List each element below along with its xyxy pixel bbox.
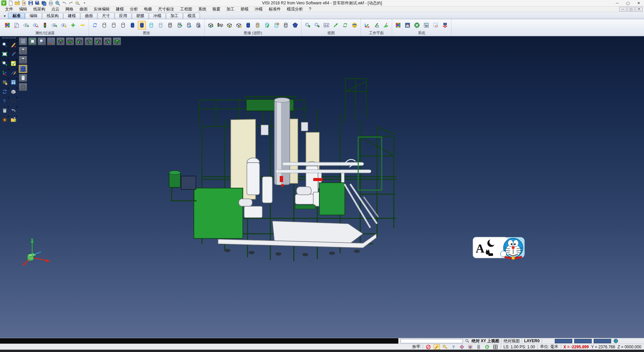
solid-shaded-icon[interactable] xyxy=(244,21,252,30)
menu-17[interactable]: 冲模 xyxy=(252,6,266,12)
view-left-icon[interactable] xyxy=(94,37,102,45)
view-back-icon[interactable] xyxy=(85,37,93,45)
view-regen-icon[interactable] xyxy=(341,21,349,30)
menu-3[interactable]: 线架构 xyxy=(30,6,48,12)
window-layout-icon[interactable] xyxy=(9,78,17,86)
zoom-1-1-icon[interactable]: 1:1 xyxy=(322,21,330,30)
mdi-close-button[interactable]: ✕ xyxy=(635,7,643,11)
solid-export-icon[interactable] xyxy=(272,21,280,30)
workplane-align-icon[interactable] xyxy=(382,21,390,30)
selection-zoom-icon[interactable] xyxy=(1,41,9,49)
save-all-icon[interactable] xyxy=(41,0,47,6)
magic-wand-icon[interactable] xyxy=(434,344,440,350)
tab-dropdown-icon[interactable]: ▼ xyxy=(1,13,8,19)
export-folder-icon[interactable] xyxy=(9,116,17,124)
dock-grip[interactable] xyxy=(2,38,16,39)
zoom-options-icon[interactable] xyxy=(1,59,9,68)
minimize-button[interactable]: ─ xyxy=(612,0,623,6)
view-bottom-icon[interactable] xyxy=(66,37,74,45)
undo-icon[interactable] xyxy=(61,0,67,6)
transparent-style-icon[interactable] xyxy=(147,21,155,30)
selection-options-icon[interactable] xyxy=(432,21,440,30)
delete-trash-icon[interactable] xyxy=(1,106,9,115)
menu-9[interactable]: 分析 xyxy=(127,6,141,12)
fit-view-icon[interactable] xyxy=(28,37,37,45)
lock-label[interactable]: 拴牢 xyxy=(412,344,420,350)
view-add-icon[interactable] xyxy=(207,21,215,30)
menu-13[interactable]: 系统 xyxy=(195,6,209,12)
grid-settings-icon[interactable] xyxy=(441,21,449,30)
view-top-icon[interactable] xyxy=(56,37,65,45)
view-traffic-icon[interactable] xyxy=(216,21,224,30)
solid-cube-icon[interactable] xyxy=(9,88,17,96)
qat-dropdown-icon[interactable] xyxy=(82,0,87,6)
layer-color-swatch-3[interactable] xyxy=(594,339,611,343)
menu-4[interactable]: 点云 xyxy=(48,6,62,12)
print-icon[interactable] xyxy=(48,0,54,6)
menu-19[interactable]: 模流分析 xyxy=(284,6,306,12)
validate-check-icon[interactable] xyxy=(9,59,17,68)
solid-hatched-icon[interactable] xyxy=(282,21,290,30)
system-settings-icon[interactable] xyxy=(413,21,421,30)
help-query-icon[interactable]: ? xyxy=(1,97,9,105)
tab-标准[interactable]: 标准 xyxy=(8,13,25,19)
search-input[interactable] xyxy=(400,339,463,343)
regen-view-icon[interactable] xyxy=(1,88,9,96)
open-file-icon[interactable] xyxy=(14,0,20,6)
save-icon[interactable] xyxy=(28,0,34,6)
view-toggle-icon[interactable] xyxy=(235,21,243,30)
tab-应用[interactable]: 应用 xyxy=(115,13,131,19)
workplane-axis-icon[interactable] xyxy=(363,21,371,30)
redo-icon[interactable] xyxy=(68,0,74,6)
no-entry-icon[interactable] xyxy=(425,344,431,350)
tab-塑膜[interactable]: 塑膜 xyxy=(132,13,149,19)
menu-6[interactable]: 曲面 xyxy=(76,6,91,12)
color-manager-icon[interactable] xyxy=(404,21,412,30)
layer-color-swatch-2[interactable] xyxy=(574,339,592,343)
view-refresh-icon[interactable] xyxy=(225,21,233,30)
rotate-view-icon[interactable] xyxy=(484,344,490,350)
view-right-icon[interactable] xyxy=(103,37,112,45)
snap-settings-icon[interactable] xyxy=(459,344,465,350)
measure-distance-icon[interactable] xyxy=(9,97,17,105)
regen-graphics-icon[interactable] xyxy=(175,21,183,30)
visibility-refresh-icon[interactable] xyxy=(50,21,58,30)
layer-list-icon[interactable] xyxy=(19,37,27,45)
graphics-settings-icon[interactable] xyxy=(194,21,202,30)
zoom-extents-icon[interactable] xyxy=(332,21,340,30)
menu-8[interactable]: 建模 xyxy=(113,6,127,12)
maximize-button[interactable]: ▢ xyxy=(623,0,633,6)
menu-10[interactable]: 电极 xyxy=(141,6,155,12)
view-front-icon[interactable] xyxy=(75,37,84,45)
tab-尺寸[interactable]: 尺寸 xyxy=(98,13,114,19)
tab-冲模[interactable]: 冲模 xyxy=(149,13,166,19)
navigation-wheel-icon[interactable] xyxy=(1,116,9,124)
display-wireframe-icon[interactable] xyxy=(19,47,27,55)
render-mode-icon[interactable] xyxy=(351,21,359,30)
new-file-icon[interactable] xyxy=(8,0,13,6)
menu-5[interactable]: 网格 xyxy=(62,6,76,12)
shaded-mode-icon[interactable] xyxy=(291,21,299,30)
menu-11[interactable]: 尺寸标注 xyxy=(155,6,177,12)
undo-gray-icon[interactable] xyxy=(9,106,17,115)
context-help-icon[interactable]: ? xyxy=(450,344,457,350)
wireframe-style-1-icon[interactable] xyxy=(100,21,108,30)
grid-toggle-icon[interactable] xyxy=(492,344,498,350)
layer-label[interactable]: LAYER0 xyxy=(524,339,539,343)
tab-编辑[interactable]: 编辑 xyxy=(25,13,42,19)
sketch-pen-icon[interactable] xyxy=(9,50,17,58)
workplane-move-icon[interactable] xyxy=(372,21,380,30)
visi-logo[interactable]: V xyxy=(1,0,7,6)
options-table-icon[interactable] xyxy=(422,21,430,30)
plane-frame-icon[interactable] xyxy=(1,50,9,58)
axis-origin-icon[interactable] xyxy=(47,37,55,45)
menu-12[interactable]: 工程图 xyxy=(177,6,195,12)
layer-color-swatch-1[interactable] xyxy=(555,339,572,343)
history-icon[interactable] xyxy=(75,0,80,6)
show-add-icon[interactable] xyxy=(22,21,30,30)
graphics-refresh-icon[interactable] xyxy=(91,21,99,30)
absolute-view-label[interactable]: 绝对视图 xyxy=(503,338,520,344)
preview-icon[interactable] xyxy=(55,0,60,6)
menu-14[interactable]: 视窗 xyxy=(209,6,223,12)
curve-pencil-icon[interactable] xyxy=(9,69,17,77)
